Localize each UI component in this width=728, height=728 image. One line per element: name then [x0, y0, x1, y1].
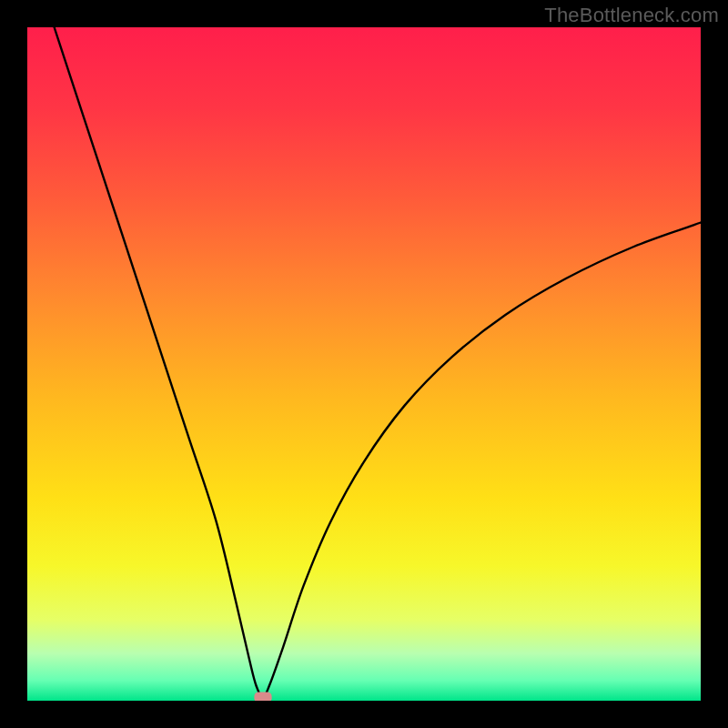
minimum-marker — [254, 692, 271, 701]
plot-svg — [27, 27, 701, 701]
watermark-text: TheBottleneck.com — [544, 4, 719, 27]
chart-frame: TheBottleneck.com — [0, 0, 728, 728]
plot-area — [27, 27, 701, 701]
plot-background — [27, 27, 701, 701]
